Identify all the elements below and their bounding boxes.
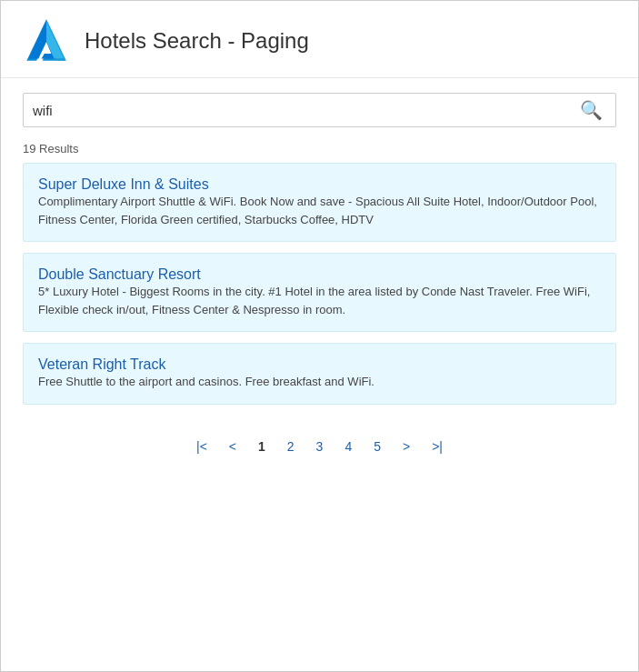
azure-logo-icon — [23, 17, 70, 65]
pagination-prev[interactable]: < — [222, 436, 244, 457]
result-card: Veteran Right TrackFree Shuttle to the a… — [23, 343, 616, 405]
pagination-last[interactable]: >| — [424, 436, 450, 457]
result-card: Double Sanctuary Resort5* Luxury Hotel -… — [23, 253, 616, 332]
page-title: Hotels Search - Paging — [85, 28, 309, 54]
pagination-page-5[interactable]: 5 — [366, 436, 388, 457]
pagination-next[interactable]: > — [395, 436, 417, 457]
pagination-page-4[interactable]: 4 — [337, 436, 359, 457]
pagination-page-3[interactable]: 3 — [309, 436, 331, 457]
result-title-1[interactable]: Super Deluxe Inn & Suites — [38, 176, 209, 192]
pagination-first[interactable]: |< — [189, 436, 215, 457]
result-card: Super Deluxe Inn & SuitesComplimentary A… — [23, 163, 616, 242]
result-title-2[interactable]: Double Sanctuary Resort — [38, 266, 201, 282]
result-desc-1: Complimentary Airport Shuttle & WiFi. Bo… — [38, 193, 601, 228]
result-desc-2: 5* Luxury Hotel - Biggest Rooms in the c… — [38, 283, 601, 318]
search-button[interactable]: 🔍 — [576, 99, 606, 121]
pagination: |< < 1 2 3 4 5 > >| — [1, 419, 638, 476]
search-area: 🔍 — [1, 78, 638, 135]
header: Hotels Search - Paging — [1, 1, 638, 78]
search-box: 🔍 — [23, 93, 616, 127]
pagination-page-2[interactable]: 2 — [280, 436, 302, 457]
pagination-page-1: 1 — [251, 436, 273, 457]
result-title-3[interactable]: Veteran Right Track — [38, 356, 166, 372]
search-icon: 🔍 — [580, 100, 603, 120]
result-desc-3: Free Shuttle to the airport and casinos.… — [38, 373, 601, 391]
results-list: Super Deluxe Inn & SuitesComplimentary A… — [1, 159, 638, 419]
search-input[interactable] — [33, 103, 576, 118]
results-count: 19 Results — [1, 135, 638, 159]
